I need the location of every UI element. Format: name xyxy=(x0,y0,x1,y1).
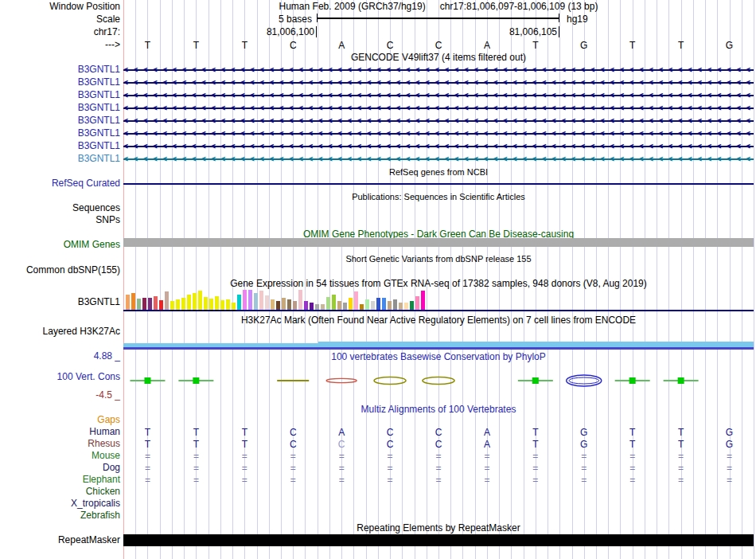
track-label-dbsnp[interactable]: Common dbSNP(155) xyxy=(0,265,120,276)
track-label-multiz-x_tropicalis[interactable]: X_tropicalis xyxy=(0,498,120,509)
track-label-gencode-transcript[interactable]: B3GNTL1 xyxy=(0,77,120,88)
gtex-tissue-bar[interactable] xyxy=(376,298,380,310)
track-label-gencode-transcript[interactable]: B3GNTL1 xyxy=(0,141,120,151)
gtex-tissue-bar[interactable] xyxy=(198,291,202,310)
gtex-tissue-bar[interactable] xyxy=(248,290,252,310)
gencode-transcript-line[interactable]: <<<<<<<<<<<<<<<<<<<<<<<<<<<<<<<<<<<<<<<<… xyxy=(123,115,754,127)
track-label-gtex-gene[interactable]: B3GNTL1 xyxy=(0,297,120,307)
multiz-alignment-row-dog[interactable]: ============= xyxy=(123,463,754,475)
track-label-gencode-transcript[interactable]: B3GNTL1 xyxy=(0,115,120,126)
track-label-refseq-curated[interactable]: RefSeq Curated xyxy=(0,178,120,189)
gtex-tissue-bar[interactable] xyxy=(354,291,358,310)
h3k27ac-signal-high[interactable] xyxy=(318,342,754,347)
gtex-tissue-bar[interactable] xyxy=(237,295,241,310)
gtex-tissue-bar[interactable] xyxy=(310,303,314,310)
gtex-tissue-bar[interactable] xyxy=(209,299,213,310)
track-label-multiz-rhesus[interactable]: Rhesus xyxy=(0,439,120,449)
gencode-transcript-line[interactable]: <<<<<<<<<<<<<<<<<<<<<<<<<<<<<<<<<<<<<<<<… xyxy=(123,64,754,76)
gtex-tissue-bar[interactable] xyxy=(142,298,146,310)
multiz-alignment-row-rhesus[interactable]: TTTCCCCATGTTG xyxy=(123,439,754,451)
gtex-tissue-bar[interactable] xyxy=(365,299,369,310)
gencode-transcript-line[interactable]: <<<<<<<<<<<<<<<<<<<<<<<<<<<<<<<<<<<<<<<<… xyxy=(123,76,754,89)
gtex-tissue-bar[interactable] xyxy=(159,300,163,310)
track-label-conservation[interactable]: 100 Vert. Cons xyxy=(0,372,120,382)
gtex-tissue-bar[interactable] xyxy=(154,296,158,310)
gtex-tissue-bar[interactable] xyxy=(265,295,269,310)
refseq-curated-item[interactable] xyxy=(123,183,754,185)
gtex-tissue-bar[interactable] xyxy=(165,291,169,310)
track-label-gencode-transcript[interactable]: B3GNTL1 xyxy=(0,64,120,75)
gtex-tissue-bar[interactable] xyxy=(371,301,375,310)
multiz-alignment-row-human[interactable]: TTTCACCATGTTG xyxy=(123,427,754,439)
track-label-repeatmasker[interactable]: RepeatMasker xyxy=(0,535,120,545)
gtex-tissue-bar[interactable] xyxy=(193,293,197,310)
gtex-tissue-bar[interactable] xyxy=(170,301,174,310)
gencode-transcript-line[interactable]: <<<<<<<<<<<<<<<<<<<<<<<<<<<<<<<<<<<<<<<<… xyxy=(123,140,754,153)
gtex-tissue-bar[interactable] xyxy=(304,301,308,310)
conservation-plot[interactable] xyxy=(123,362,754,398)
gtex-tissue-bar[interactable] xyxy=(181,298,185,310)
gtex-tissue-bar[interactable] xyxy=(271,299,275,310)
gtex-tissue-bar[interactable] xyxy=(360,304,364,310)
gtex-tissue-bar[interactable] xyxy=(332,295,336,310)
track-label-snps[interactable]: SNPs xyxy=(0,215,120,225)
gtex-tissue-bar[interactable] xyxy=(326,297,330,310)
gencode-transcript-line[interactable]: <<<<<<<<<<<<<<<<<<<<<<<<<<<<<<<<<<<<<<<<… xyxy=(123,153,754,166)
track-label-multiz-zebrafish[interactable]: Zebrafish xyxy=(0,510,120,521)
gencode-transcript-line[interactable]: <<<<<<<<<<<<<<<<<<<<<<<<<<<<<<<<<<<<<<<<… xyxy=(123,127,754,140)
track-label-multiz-chicken[interactable]: Chicken xyxy=(0,487,120,497)
gtex-tissue-bar[interactable] xyxy=(254,293,258,310)
gtex-tissue-bar[interactable] xyxy=(215,296,219,310)
gtex-tissue-bar[interactable] xyxy=(187,295,191,310)
gtex-tissue-bar[interactable] xyxy=(404,303,408,310)
track-label-gencode-transcript[interactable]: B3GNTL1 xyxy=(0,154,120,164)
gtex-tissue-bar[interactable] xyxy=(388,301,392,310)
track-label-sequences[interactable]: Sequences xyxy=(0,203,120,213)
track-label-omim-genes[interactable]: OMIM Genes xyxy=(0,240,120,250)
gencode-transcript-line[interactable]: <<<<<<<<<<<<<<<<<<<<<<<<<<<<<<<<<<<<<<<<… xyxy=(123,89,754,102)
track-label-gencode-transcript[interactable]: B3GNTL1 xyxy=(0,128,120,139)
multiz-alignment-row-mouse[interactable]: ============= xyxy=(123,451,754,463)
repeatmasker-bar[interactable] xyxy=(123,534,754,546)
multiz-alignment-row-elephant[interactable]: ============= xyxy=(123,475,754,487)
track-label-gencode-transcript[interactable]: B3GNTL1 xyxy=(0,90,120,100)
omim-genes-bar[interactable] xyxy=(123,238,754,247)
track-label-multiz-gaps[interactable]: Gaps xyxy=(0,415,120,425)
track-label-multiz-elephant[interactable]: Elephant xyxy=(0,475,120,485)
gtex-tissue-bar[interactable] xyxy=(176,299,180,310)
track-label-multiz-mouse[interactable]: Mouse xyxy=(0,451,120,461)
gtex-bar-chart[interactable] xyxy=(126,289,754,310)
gtex-tissue-bar[interactable] xyxy=(315,304,319,310)
track-label-h3k27ac[interactable]: Layered H3K27Ac xyxy=(0,326,120,337)
gtex-tissue-bar[interactable] xyxy=(343,303,347,310)
gtex-tissue-bar[interactable] xyxy=(287,299,291,310)
gtex-tissue-bar[interactable] xyxy=(321,304,325,310)
gtex-tissue-bar[interactable] xyxy=(393,299,397,310)
gtex-tissue-bar[interactable] xyxy=(298,290,302,310)
track-label-gencode-transcript[interactable]: B3GNTL1 xyxy=(0,103,120,113)
gtex-tissue-bar[interactable] xyxy=(226,299,230,310)
gtex-tissue-bar[interactable] xyxy=(399,303,403,310)
track-label-multiz-dog[interactable]: Dog xyxy=(0,463,120,473)
gtex-tissue-bar[interactable] xyxy=(382,298,386,310)
gtex-tissue-bar[interactable] xyxy=(282,298,286,310)
gtex-tissue-bar[interactable] xyxy=(232,303,236,310)
gtex-tissue-bar[interactable] xyxy=(276,301,280,310)
base-ruler[interactable]: TTTCACCATGTTG xyxy=(123,40,754,52)
gtex-tissue-bar[interactable] xyxy=(131,293,135,310)
gtex-tissue-bar[interactable] xyxy=(259,291,263,310)
gtex-tissue-bar[interactable] xyxy=(293,301,297,310)
gtex-tissue-bar[interactable] xyxy=(126,295,130,310)
track-label-multiz-human[interactable]: Human xyxy=(0,427,120,437)
gtex-tissue-bar[interactable] xyxy=(421,291,425,310)
gtex-tissue-bar[interactable] xyxy=(204,297,208,310)
gtex-tissue-bar[interactable] xyxy=(243,290,247,310)
gtex-tissue-bar[interactable] xyxy=(137,299,141,310)
gtex-tissue-bar[interactable] xyxy=(410,301,414,310)
gtex-tissue-bar[interactable] xyxy=(337,301,341,310)
h3k27ac-base-signal[interactable] xyxy=(123,347,754,350)
gtex-tissue-bar[interactable] xyxy=(148,298,152,310)
gtex-tissue-bar[interactable] xyxy=(220,300,224,310)
gencode-transcript-line[interactable]: <<<<<<<<<<<<<<<<<<<<<<<<<<<<<<<<<<<<<<<<… xyxy=(123,102,754,115)
gtex-tissue-bar[interactable] xyxy=(349,298,353,310)
